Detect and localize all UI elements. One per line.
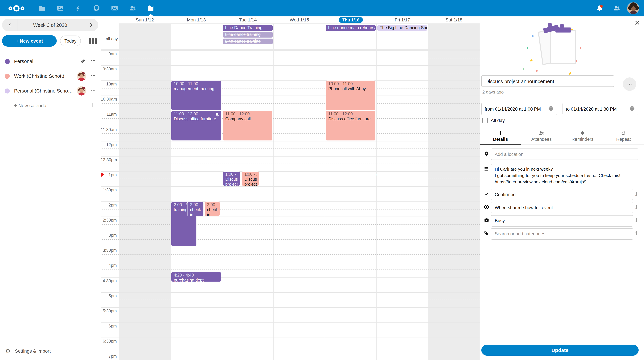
event-card[interactable]: 1:00 - 1:30Discuss project [242, 171, 260, 186]
half-hour-gridline [100, 270, 480, 270]
allday-event[interactable]: Line dance main rehearsal [326, 25, 376, 31]
day-header[interactable]: Mon 1/13 [170, 16, 222, 23]
event-card[interactable]: 11:00 - 12:00Discuss office furniture [326, 111, 376, 141]
half-hour-gridline [100, 118, 480, 119]
event-title-input[interactable] [481, 75, 614, 87]
hour-gridline [100, 262, 480, 262]
event-card[interactable]: 11:00 - 12:00Discuss office furniture [171, 111, 221, 141]
allday-event[interactable]: Line Dance Training [223, 25, 272, 31]
freebusy-info-icon[interactable]: i [635, 218, 637, 223]
editor-tabs: i Details Attendees Reminders Repeat [480, 127, 644, 145]
tab-repeat[interactable]: Repeat [603, 127, 644, 144]
photos-icon[interactable] [51, 0, 69, 16]
calendar-menu-icon[interactable] [90, 73, 96, 79]
calendar-app-icon[interactable] [142, 0, 160, 16]
event-editor-panel: × + + ⚡ ⚡ ⚡ 2 days ago from 01/14/ [480, 16, 644, 360]
visibility-info-icon[interactable]: i [635, 204, 637, 210]
day-header[interactable]: Tue 1/14 [222, 16, 274, 23]
calendar-row-icons [77, 86, 96, 95]
hour-gridline [100, 307, 480, 308]
categories-info-icon[interactable]: i [635, 231, 637, 236]
event-time: 11:00 - 12:00 [225, 112, 270, 117]
calendar-list-item[interactable]: Work (Christine Schott) [0, 69, 100, 83]
day-column [428, 24, 480, 360]
event-card[interactable]: 10:00 - 11:00Phonecall with Abby [326, 80, 376, 110]
half-hour-gridline [100, 58, 480, 58]
today-button[interactable]: Today [60, 35, 81, 46]
hour-gridline [100, 323, 480, 323]
share-link-icon[interactable] [80, 58, 86, 65]
files-icon[interactable] [33, 0, 51, 16]
close-icon[interactable]: × [634, 18, 640, 27]
time-label: 1:30pm [100, 188, 117, 192]
calendar-list-item[interactable]: Personal [0, 54, 100, 69]
status-info-icon[interactable]: i [635, 191, 637, 197]
mail-icon[interactable] [105, 0, 124, 16]
activity-icon[interactable] [69, 0, 87, 16]
all-day-checkbox[interactable] [482, 118, 488, 123]
start-datetime-field[interactable]: from 01/14/2020 at 1:00 PM [481, 103, 557, 115]
location-input[interactable] [491, 148, 638, 160]
tab-details[interactable]: i Details [480, 127, 521, 144]
new-calendar-button[interactable]: + New calendar [0, 98, 100, 113]
timezone-globe-icon[interactable] [629, 106, 635, 112]
freebusy-select[interactable]: Busy [491, 215, 633, 226]
time-label: 4pm [100, 263, 117, 268]
contacts-menu-icon[interactable] [610, 0, 623, 16]
event-card[interactable]: 11:00 - 12:00Company call [222, 111, 273, 141]
all-day-toggle[interactable]: All day [482, 118, 505, 123]
allday-event[interactable]: Line dance training [223, 32, 272, 37]
description-field[interactable]: Hi Carl! are you in next week? I got som… [491, 164, 638, 187]
allday-event[interactable]: Line dance training [223, 38, 272, 44]
event-title: Discuss project [244, 177, 257, 186]
view-mode-icon[interactable] [88, 36, 97, 46]
update-button[interactable]: Update [481, 345, 639, 356]
day-header[interactable]: Wed 1/15 [274, 16, 325, 23]
event-actions-menu-icon[interactable] [623, 77, 636, 91]
half-hour-gridline [100, 164, 480, 164]
event-card[interactable]: 4:20 - 4:40purchasing dept [171, 272, 221, 282]
half-hour-gridline [100, 315, 480, 315]
notifications-bell-icon[interactable] [593, 0, 606, 16]
event-card[interactable]: 1:00 - 1:30Discuss project announcement [222, 171, 240, 186]
half-hour-gridline [100, 345, 480, 346]
hour-gridline [100, 141, 480, 141]
contacts-icon[interactable] [124, 0, 142, 16]
calendar-color-dot [5, 88, 10, 93]
week-range-label[interactable]: Week 3 of 2020 [18, 22, 83, 28]
calendar-menu-icon[interactable] [90, 87, 96, 94]
calendar-menu-icon[interactable] [90, 58, 96, 65]
talk-icon[interactable] [87, 0, 105, 16]
visibility-select[interactable]: When shared show full event [491, 202, 633, 213]
next-week-button[interactable] [83, 19, 98, 31]
day-header[interactable]: Thu 1/16 [325, 16, 377, 23]
nextcloud-logo-icon[interactable] [5, 4, 28, 12]
new-event-button[interactable]: + New event [2, 35, 57, 46]
event-title: check-in [207, 207, 217, 216]
categories-input[interactable] [491, 228, 633, 240]
half-hour-gridline [100, 209, 480, 209]
time-label: 2:30pm [100, 218, 117, 223]
timezone-globe-icon[interactable] [548, 106, 554, 112]
tab-attendees[interactable]: Attendees [521, 127, 562, 144]
day-header[interactable]: Sat 1/18 [428, 16, 480, 23]
allday-event[interactable]: The Big Line Dancing Show [377, 25, 427, 31]
event-card[interactable]: 10:00 - 11:00management meeting [171, 80, 221, 110]
previous-week-button[interactable] [2, 19, 18, 31]
day-header[interactable]: Sun 1/12 [119, 16, 170, 23]
user-avatar[interactable] [627, 2, 639, 14]
tab-reminders[interactable]: Reminders [562, 127, 603, 144]
calendar-list-item[interactable]: Personal (Christine Scho… [0, 83, 100, 98]
event-card[interactable]: 2:00 - 2:30check-in [204, 201, 220, 216]
day-header[interactable]: Fri 1/17 [377, 16, 428, 23]
end-datetime-field[interactable]: to 01/14/2020 at 1:30 PM [562, 103, 638, 115]
time-label: 6pm [100, 324, 117, 329]
event-time: 1:00 - 1:30 [225, 172, 238, 177]
event-time: 1:00 - 1:30 [244, 172, 257, 177]
app-launcher [33, 0, 160, 16]
event-card[interactable]: 2:00 - 2:30check-in [187, 201, 204, 216]
settings-import-button[interactable]: ⚙ Settings & import [0, 344, 100, 358]
event-title: Phonecall with Abby [328, 86, 373, 91]
half-hour-gridline [100, 285, 480, 285]
status-select[interactable]: Confirmed [491, 189, 633, 200]
